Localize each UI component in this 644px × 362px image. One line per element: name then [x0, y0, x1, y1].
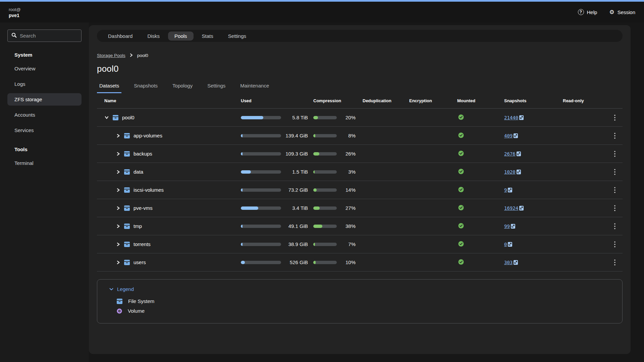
kebab-menu-button[interactable] — [611, 149, 618, 158]
used-cell: 3.4 TiB — [241, 205, 313, 211]
used-progress-bar — [241, 116, 281, 119]
datasets-table: NameUsedCompressionDeduplicationEncrypti… — [97, 93, 623, 272]
filesystem-icon — [113, 115, 118, 120]
legend-title: Legend — [117, 286, 134, 292]
row-expand-chevron[interactable] — [116, 170, 120, 174]
tab-settings[interactable]: Settings — [205, 80, 228, 93]
kebab-menu-button[interactable] — [611, 204, 618, 213]
breadcrumb-current: pool0 — [137, 53, 148, 58]
snapshots-link[interactable]: 16924 — [504, 205, 524, 211]
external-link-icon — [517, 170, 521, 174]
used-value: 49.1 GiB — [284, 223, 308, 229]
sidebar-item-zfs-storage[interactable]: ZFS storage — [7, 93, 82, 106]
legend-toggle[interactable]: Legend — [109, 286, 614, 292]
mounted-check-icon — [458, 132, 464, 139]
compression-value: 3% — [340, 169, 356, 175]
row-expand-chevron[interactable] — [116, 188, 120, 192]
breadcrumb-storage-pools-link[interactable]: Storage Pools — [97, 53, 125, 58]
app-tab-pools[interactable]: Pools — [168, 32, 194, 41]
help-button[interactable]: ? Help — [578, 9, 597, 15]
used-cell: 139.4 GiB — [241, 133, 313, 138]
compression-cell: 7% — [313, 241, 363, 247]
row-expand-chevron[interactable] — [116, 152, 120, 156]
compression-value: 38% — [340, 223, 356, 229]
row-expand-chevron[interactable] — [116, 206, 120, 210]
snapshots-link[interactable]: 99 — [504, 224, 515, 229]
search-input[interactable] — [20, 33, 87, 39]
tab-datasets[interactable]: Datasets — [97, 80, 121, 93]
session-button[interactable]: ⚙ Session — [609, 9, 635, 15]
snapshots-link[interactable]: 1020 — [504, 169, 521, 175]
kebab-menu-button[interactable] — [611, 222, 618, 231]
snapshots-link[interactable]: 2676 — [504, 151, 521, 157]
used-progress-bar — [241, 134, 281, 137]
chevron-down-icon — [109, 286, 113, 292]
kebab-menu-button[interactable] — [611, 113, 618, 122]
volume-icon — [117, 308, 122, 314]
snapshots-link[interactable]: 9 — [504, 187, 512, 193]
hostname: pve1 — [9, 13, 21, 18]
column-header: Mounted — [457, 98, 504, 103]
kebab-menu-button[interactable] — [611, 240, 618, 249]
external-link-icon — [511, 224, 515, 229]
app-tab-dashboard[interactable]: Dashboard — [102, 32, 139, 41]
compression-progress-bar — [313, 134, 337, 137]
sidebar-item-services[interactable]: Services — [7, 124, 82, 136]
mounted-check-icon — [458, 187, 464, 193]
external-link-icon — [514, 133, 518, 138]
sidebar-item-overview[interactable]: Overview — [7, 62, 82, 75]
kebab-menu-button[interactable] — [611, 168, 618, 176]
used-progress-bar — [241, 188, 281, 192]
mounted-cell — [457, 150, 504, 157]
external-link-icon — [508, 242, 512, 247]
kebab-menu-button[interactable] — [611, 131, 618, 140]
tab-topology[interactable]: Topology — [170, 80, 195, 93]
snapshots-link[interactable]: 21440 — [504, 115, 524, 120]
compression-value: 8% — [340, 133, 356, 138]
sidebar-item-label: Terminal — [14, 160, 34, 166]
used-value: 1.5 TiB — [284, 169, 308, 175]
column-header: Name — [97, 98, 241, 103]
row-expand-chevron[interactable] — [116, 242, 120, 246]
snapshots-link[interactable]: 0 — [504, 242, 512, 247]
tab-snapshots[interactable]: Snapshots — [131, 80, 160, 93]
sidebar-item-accounts[interactable]: Accounts — [7, 109, 82, 121]
sidebar-item-terminal[interactable]: Terminal — [7, 157, 82, 169]
compression-cell: 27% — [313, 205, 363, 211]
table-row-torrents: torrents 38.9 GiB 7% 0 — [97, 235, 623, 253]
row-expand-chevron[interactable] — [116, 134, 120, 138]
compression-progress-bar — [313, 170, 337, 174]
kebab-menu-button[interactable] — [611, 186, 618, 194]
mounted-cell — [457, 259, 504, 266]
compression-cell: 10% — [313, 259, 363, 265]
app-tab-stats[interactable]: Stats — [196, 32, 220, 41]
tab-maintenance[interactable]: Maintenance — [238, 80, 271, 93]
mounted-check-icon — [458, 169, 464, 175]
filesystem-icon — [124, 169, 130, 175]
mounted-cell — [457, 205, 504, 212]
help-icon: ? — [578, 9, 584, 15]
table-header-row: NameUsedCompressionDeduplicationEncrypti… — [97, 93, 623, 109]
legend-item: File System — [117, 296, 614, 306]
kebab-menu-button[interactable] — [611, 258, 618, 267]
row-expand-chevron[interactable] — [116, 260, 120, 264]
filesystem-icon — [124, 133, 130, 138]
search-box[interactable] — [7, 29, 82, 42]
compression-cell: 26% — [313, 151, 363, 157]
row-expand-chevron[interactable] — [116, 224, 120, 228]
app-nav-tabs: Dashboard Disks Pools Stats Settings — [97, 30, 623, 42]
mounted-check-icon — [458, 241, 464, 248]
column-header: Deduplication — [363, 98, 409, 103]
snapshots-cell: 2676 — [504, 151, 563, 157]
sidebar-item-logs[interactable]: Logs — [7, 78, 82, 90]
app-tab-settings[interactable]: Settings — [222, 32, 253, 41]
used-cell: 1.5 TiB — [241, 169, 313, 175]
app-tab-disks[interactable]: Disks — [141, 32, 166, 41]
snapshots-cell: 99 — [504, 224, 563, 229]
used-progress-bar — [241, 243, 281, 246]
row-expand-chevron[interactable] — [104, 116, 109, 119]
filesystem-icon — [124, 242, 130, 247]
snapshots-link[interactable]: 303 — [504, 260, 518, 265]
external-link-icon — [519, 206, 524, 210]
snapshots-link[interactable]: 409 — [504, 133, 518, 138]
